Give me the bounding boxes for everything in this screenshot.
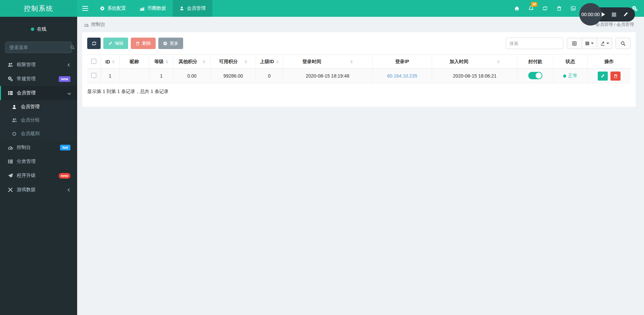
cell-parent-id: 0	[256, 69, 283, 83]
stop-button[interactable]	[612, 12, 616, 17]
login-ip-link[interactable]: 60.164.10.235	[387, 73, 417, 79]
breadcrumb-label: 控制台	[91, 21, 105, 28]
app-window-button[interactable]	[566, 0, 580, 17]
sidebar-subitem-member-rule[interactable]: 会员规则	[0, 127, 77, 140]
col-available-points[interactable]: 可用积分	[210, 55, 256, 69]
circle-o-icon	[11, 132, 17, 136]
detail-view-icon	[572, 41, 577, 46]
tab-system-config[interactable]: 系统配置	[93, 0, 133, 17]
select-all-checkbox[interactable]	[91, 59, 96, 64]
columns-button[interactable]	[582, 38, 597, 49]
row-checkbox[interactable]	[91, 73, 96, 78]
export-button[interactable]	[597, 38, 612, 49]
delete-button-label: 删除	[142, 40, 151, 46]
sidebar-item-gamedata[interactable]: 游戏数据	[0, 183, 77, 197]
sidebar-item-upgrade[interactable]: 程序升级 new	[0, 169, 77, 183]
trash-icon	[613, 74, 618, 78]
col-login-time[interactable]: 登录时间	[283, 55, 372, 69]
sidebar-item-label: 程序升级	[17, 173, 59, 179]
sort-icon	[276, 60, 279, 63]
pencil-button[interactable]	[623, 12, 628, 17]
table-header-row: ID 昵称 等级 其他积分 可用积分 上级ID 登录时间 登录IP 加入时间 封…	[87, 55, 631, 69]
table-panel: 编辑 删除 更多	[82, 32, 636, 107]
col-join-time[interactable]: 加入时间	[432, 55, 518, 69]
sidebar-subitem-member-manage[interactable]: 会员管理	[0, 100, 77, 114]
chevron-left-icon	[68, 63, 71, 66]
edit-button[interactable]: 编辑	[103, 38, 128, 49]
cell-login-time: 2020-08-15 18:19:48	[283, 69, 372, 83]
columns-icon	[585, 41, 590, 46]
hot-badge: hot	[60, 145, 70, 150]
online-status: 在线	[0, 17, 77, 36]
more-button[interactable]: 更多	[158, 38, 183, 49]
sort-icon	[497, 60, 500, 63]
refresh-icon	[92, 41, 97, 46]
paper-plane-icon	[7, 173, 13, 178]
list-icon	[7, 159, 13, 164]
sidebar-item-label: 会员管理	[21, 104, 70, 110]
table-search-input[interactable]	[506, 38, 564, 49]
chevron-left-icon	[68, 188, 71, 191]
sidebar-item-label: 会员规则	[21, 131, 70, 137]
sidebar-item-label: 权限管理	[17, 62, 68, 68]
home-icon	[514, 6, 520, 11]
col-login-ip: 登录IP	[372, 55, 432, 69]
game-data-icon	[7, 187, 13, 192]
tab-label: 会员管理	[187, 5, 206, 11]
recorder-timer[interactable]: 00:00:00	[579, 3, 602, 26]
user-icon	[11, 104, 17, 109]
sidebar-submenu: 会员管理 会员分组 会员规则	[0, 100, 77, 140]
row-edit-button[interactable]	[598, 72, 608, 81]
delete-button[interactable]: 删除	[131, 38, 156, 49]
app-logo: 控制系统	[0, 0, 77, 17]
refresh-table-button[interactable]	[87, 38, 101, 49]
bar-chart-icon	[140, 6, 145, 11]
tab-member-manage[interactable]: 会员管理	[173, 0, 212, 17]
sidebar: 控制系统 在线 权限管理 常规管理 new 会员管理	[0, 0, 77, 315]
cogs-icon	[7, 76, 13, 82]
sidebar-item-category[interactable]: 分类管理	[0, 154, 77, 169]
app-title: 控制系统	[24, 4, 53, 13]
tab-label: 系统配置	[107, 5, 126, 11]
pay-block-toggle[interactable]	[528, 72, 542, 79]
col-parent-id[interactable]: 上级ID	[256, 55, 283, 69]
home-button[interactable]	[510, 0, 524, 17]
table-toolbar: 编辑 删除 更多	[87, 38, 631, 49]
detail-view-button[interactable]	[567, 38, 582, 49]
caret-down-icon	[591, 43, 594, 44]
user-icon	[179, 6, 184, 11]
gear-icon	[100, 6, 105, 11]
sidebar-search-input[interactable]	[9, 45, 70, 50]
sidebar-item-label: 会员管理	[17, 90, 68, 96]
select-all-header	[87, 55, 101, 69]
row-delete-button[interactable]	[610, 72, 621, 81]
timer-value: 00:00:00	[581, 12, 600, 17]
sidebar-subitem-member-group[interactable]: 会员分组	[0, 114, 77, 127]
notifications-button[interactable]: 10	[524, 0, 538, 17]
col-level[interactable]: 等级	[149, 55, 173, 69]
app-window-icon	[571, 6, 576, 11]
breadcrumb: 控制台	[84, 21, 105, 28]
col-other-points[interactable]: 其他积分	[173, 55, 210, 69]
sidebar-item-label: 常规管理	[17, 76, 59, 82]
col-id[interactable]: ID	[101, 55, 119, 69]
sidebar-item-members[interactable]: 会员管理	[0, 86, 77, 100]
col-pay-block: 封付款	[518, 55, 553, 69]
sort-icon	[350, 60, 353, 63]
sidebar-item-general[interactable]: 常规管理 new	[0, 72, 77, 86]
clear-cache-button[interactable]	[552, 0, 566, 17]
refresh-button[interactable]	[538, 0, 552, 17]
table-summary: 显示第 1 到第 1 条记录，总共 1 条记录	[87, 89, 631, 95]
tab-coin-data[interactable]: 币圈数据	[133, 0, 173, 17]
sidebar-item-dashboard[interactable]: 控制台 hot	[0, 140, 77, 154]
sort-icon	[203, 60, 205, 63]
sidebar-search[interactable]	[5, 42, 72, 53]
new-badge: new	[59, 173, 70, 179]
online-label: 在线	[37, 26, 47, 32]
sidebar-toggle-button[interactable]	[77, 0, 93, 17]
search-toggle-button[interactable]	[615, 38, 631, 49]
col-actions: 操作	[587, 55, 631, 69]
gear-icon	[163, 41, 167, 46]
navbar-icons: 10	[510, 0, 580, 17]
sidebar-item-permission[interactable]: 权限管理	[0, 58, 77, 72]
